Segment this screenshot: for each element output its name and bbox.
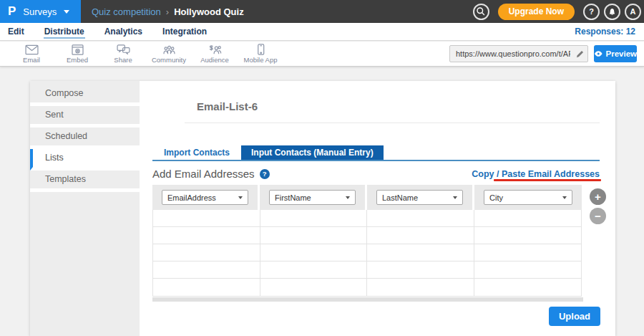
tab-import-contacts[interactable]: Import Contacts [152,145,241,160]
contact-cell[interactable] [367,227,474,244]
contact-cell[interactable] [260,261,368,278]
chevron-down-icon [64,10,69,14]
toolbar-item-label: Audience [200,56,229,64]
add-row-button[interactable]: + [590,188,606,205]
sidebar-item-lists[interactable]: Lists [30,149,140,171]
contacts-tabs: Import Contacts Input Contacts (Manual E… [152,145,600,161]
contact-cell[interactable] [260,279,368,296]
topbar-actions: Upgrade Now ? A [473,4,644,20]
contact-cell[interactable] [153,244,260,261]
survey-url-input[interactable] [450,49,572,58]
contact-cell[interactable] [153,261,260,278]
preview-button[interactable]: Preview [594,45,637,62]
contact-cell[interactable] [260,227,368,244]
contact-row [153,279,581,296]
toolbar-item-community[interactable]: Community [146,44,192,64]
contact-row [153,210,581,227]
account-avatar[interactable]: A [625,4,641,20]
nav-item-edit[interactable]: Edit [7,24,25,39]
contact-row [153,227,581,244]
field-select-city[interactable]: City [484,190,572,205]
field-select-email-address[interactable]: EmailAddress [162,190,248,205]
field-select-last-name[interactable]: LastName [376,190,463,205]
toolbar-item-label: Community [152,56,186,64]
email-icon [25,44,39,55]
contact-cell[interactable] [260,210,368,226]
column-header-cell: FirstName [260,185,367,210]
contact-cell[interactable] [367,279,474,296]
product-switcher[interactable]: P Surveys [0,0,81,23]
copy-paste-email-addresses-link[interactable]: Copy / Paste Email Addresses [472,169,600,179]
nav-item-analytics[interactable]: Analytics [104,24,143,39]
sidebar-item-templates[interactable]: Templates [30,171,140,192]
field-select-first-name[interactable]: FirstName [269,190,356,205]
edit-url-button[interactable] [572,49,587,59]
upload-button[interactable]: Upload [549,307,600,326]
notifications-button[interactable] [604,4,620,20]
toolbar-item-label: Embed [67,56,88,64]
horizontal-scrollbar[interactable] [152,297,583,302]
toolbar-item-audience[interactable]: Audience [192,44,238,64]
contact-cell[interactable] [153,210,260,226]
help-icon[interactable]: ? [260,169,270,179]
contact-cell[interactable] [153,279,260,296]
email-lists-panel: Compose Sent Scheduled Lists Templates E… [30,81,615,336]
toolbar-item-label: Mobile App [243,56,277,64]
breadcrumb: Quiz competition › Hollywood Quiz [92,6,244,17]
email-list-title: Email-List-6 [197,100,258,112]
preview-button-label: Preview [606,49,637,58]
field-select-value: EmailAddress [167,193,216,202]
audience-icon [208,44,222,55]
sidebar-item-scheduled[interactable]: Scheduled [30,128,140,149]
contact-cell[interactable] [153,227,260,244]
questionpro-logo: P [8,0,16,23]
bell-icon [608,6,617,16]
column-header-cell: EmailAddress [152,185,260,210]
field-select-value: City [489,193,503,202]
upgrade-now-button[interactable]: Upgrade Now [498,4,575,20]
contacts-grid-body [152,210,582,297]
field-select-value: FirstName [275,193,311,202]
tab-input-contacts-manual-entry[interactable]: Input Contacts (Manual Entry) [241,145,384,160]
select-arrow-icon [346,196,350,199]
sidebar-item-compose[interactable]: Compose [30,85,140,106]
contact-cell[interactable] [474,261,582,278]
contact-cell[interactable] [474,279,582,296]
toolbar-item-email[interactable]: Email [9,44,54,64]
list-detail-content: Email-List-6 Import Contacts Input Conta… [140,81,615,336]
search-button[interactable] [473,4,489,20]
survey-url-field [449,45,588,62]
toolbar-item-share[interactable]: Share [100,44,146,64]
contact-cell[interactable] [367,261,474,278]
nav-item-distribute[interactable]: Distribute [44,24,85,39]
breadcrumb-separator-icon: › [166,6,169,17]
contact-cell[interactable] [474,244,582,261]
breadcrumb-current: Hollywood Quiz [174,6,244,17]
column-header-cell: City [474,185,582,210]
contact-cell[interactable] [260,244,368,261]
responses-count[interactable]: Responses: 12 [575,27,637,37]
toolbar-item-embed[interactable]: Embed [54,44,100,64]
contact-cell[interactable] [367,244,474,261]
sidebar-item-sent[interactable]: Sent [30,106,140,128]
contact-row [153,261,581,279]
toolbar-item-mobile-app[interactable]: Mobile App [238,44,283,64]
community-icon [162,44,176,55]
add-email-addresses-row: Add Email Addresses ? Copy / Paste Email… [152,168,600,180]
embed-icon [72,44,84,55]
help-button[interactable]: ? [583,4,600,20]
contact-cell[interactable] [474,210,582,226]
nav-item-integration[interactable]: Integration [162,24,208,39]
breadcrumb-parent[interactable]: Quiz competition [92,6,161,17]
contact-cell[interactable] [367,210,474,226]
mobile-app-icon [255,44,266,55]
field-select-value: LastName [382,193,418,202]
title-divider [185,123,600,123]
select-arrow-icon [562,196,567,199]
survey-nav: Edit Distribute Analytics Integration Re… [0,23,644,41]
contact-row [153,244,581,261]
contacts-grid-header: EmailAddress FirstName LastName [152,185,582,210]
contact-cell[interactable] [474,227,582,244]
contacts-grid: EmailAddress FirstName LastName [152,185,582,297]
remove-row-button[interactable]: − [590,208,606,224]
